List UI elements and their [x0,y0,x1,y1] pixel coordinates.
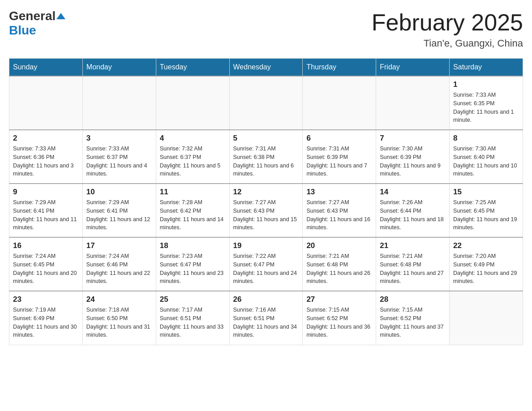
day-number: 7 [380,134,446,143]
day-info: Sunrise: 7:24 AMSunset: 6:45 PMDaylight:… [13,252,79,286]
calendar-cell: 8Sunrise: 7:30 AMSunset: 6:40 PMDaylight… [450,130,523,184]
day-info: Sunrise: 7:31 AMSunset: 6:38 PMDaylight:… [233,145,299,178]
day-info: Sunrise: 7:30 AMSunset: 6:40 PMDaylight:… [453,145,519,178]
day-number: 1 [453,80,519,89]
logo-triangle-icon [56,13,65,19]
calendar-cell: 28Sunrise: 7:15 AMSunset: 6:52 PMDayligh… [376,291,450,345]
calendar-cell: 16Sunrise: 7:24 AMSunset: 6:45 PMDayligh… [9,237,83,291]
day-number: 11 [160,188,226,197]
day-info: Sunrise: 7:29 AMSunset: 6:41 PMDaylight:… [86,198,152,232]
calendar-cell: 25Sunrise: 7:17 AMSunset: 6:51 PMDayligh… [156,291,229,345]
day-number: 22 [453,241,519,250]
day-number: 17 [86,241,152,250]
calendar-cell: 21Sunrise: 7:21 AMSunset: 6:48 PMDayligh… [376,237,450,291]
calendar-cell: 26Sunrise: 7:16 AMSunset: 6:51 PMDayligh… [229,291,303,345]
day-info: Sunrise: 7:19 AMSunset: 6:49 PMDaylight:… [13,306,79,339]
calendar-cell: 5Sunrise: 7:31 AMSunset: 6:38 PMDaylight… [229,130,303,184]
calendar-cell: 6Sunrise: 7:31 AMSunset: 6:39 PMDaylight… [303,130,376,184]
calendar-cell: 22Sunrise: 7:20 AMSunset: 6:49 PMDayligh… [450,237,523,291]
calendar-cell [376,76,450,130]
calendar-cell [450,291,523,345]
week-row-1: 1Sunrise: 7:33 AMSunset: 6:35 PMDaylight… [9,76,523,130]
calendar-cell: 1Sunrise: 7:33 AMSunset: 6:35 PMDaylight… [450,76,523,130]
day-info: Sunrise: 7:15 AMSunset: 6:52 PMDaylight:… [306,306,372,339]
day-info: Sunrise: 7:22 AMSunset: 6:47 PMDaylight:… [233,252,299,286]
day-info: Sunrise: 7:24 AMSunset: 6:46 PMDaylight:… [86,252,152,286]
calendar-cell: 18Sunrise: 7:23 AMSunset: 6:47 PMDayligh… [156,237,229,291]
day-number: 18 [160,241,226,250]
calendar-cell: 15Sunrise: 7:25 AMSunset: 6:45 PMDayligh… [450,184,523,237]
calendar-cell: 23Sunrise: 7:19 AMSunset: 6:49 PMDayligh… [9,291,83,345]
day-number: 8 [453,134,519,143]
month-title: February 2025 [372,9,523,36]
day-info: Sunrise: 7:21 AMSunset: 6:48 PMDaylight:… [380,252,446,286]
page-header: General Blue February 2025 Tian'e, Guang… [9,9,523,49]
calendar-cell: 2Sunrise: 7:33 AMSunset: 6:36 PMDaylight… [9,130,83,184]
calendar-cell: 19Sunrise: 7:22 AMSunset: 6:47 PMDayligh… [229,237,303,291]
day-info: Sunrise: 7:17 AMSunset: 6:51 PMDaylight:… [160,306,226,339]
calendar-header-sunday: Sunday [9,59,83,77]
day-number: 20 [306,241,372,250]
day-info: Sunrise: 7:27 AMSunset: 6:43 PMDaylight:… [306,198,372,232]
day-info: Sunrise: 7:25 AMSunset: 6:45 PMDaylight:… [453,198,519,232]
day-number: 6 [306,134,372,143]
calendar-header-monday: Monday [82,59,156,77]
calendar-cell: 10Sunrise: 7:29 AMSunset: 6:41 PMDayligh… [82,184,156,237]
calendar-cell: 24Sunrise: 7:18 AMSunset: 6:50 PMDayligh… [82,291,156,345]
day-info: Sunrise: 7:28 AMSunset: 6:42 PMDaylight:… [160,198,226,232]
calendar-cell: 9Sunrise: 7:29 AMSunset: 6:41 PMDaylight… [9,184,83,237]
day-number: 16 [13,241,79,250]
day-info: Sunrise: 7:15 AMSunset: 6:52 PMDaylight:… [380,306,446,339]
week-row-5: 23Sunrise: 7:19 AMSunset: 6:49 PMDayligh… [9,291,523,345]
calendar-cell: 13Sunrise: 7:27 AMSunset: 6:43 PMDayligh… [303,184,376,237]
calendar-cell [82,76,156,130]
day-number: 24 [86,295,152,304]
calendar-cell: 17Sunrise: 7:24 AMSunset: 6:46 PMDayligh… [82,237,156,291]
calendar-cell [9,76,83,130]
day-number: 9 [13,188,79,197]
day-number: 2 [13,134,79,143]
calendar-cell: 12Sunrise: 7:27 AMSunset: 6:43 PMDayligh… [229,184,303,237]
calendar-cell [303,76,376,130]
day-number: 10 [86,188,152,197]
calendar-header-row: SundayMondayTuesdayWednesdayThursdayFrid… [9,59,523,77]
day-number: 27 [306,295,372,304]
calendar-cell: 4Sunrise: 7:32 AMSunset: 6:37 PMDaylight… [156,130,229,184]
calendar-cell: 27Sunrise: 7:15 AMSunset: 6:52 PMDayligh… [303,291,376,345]
day-info: Sunrise: 7:16 AMSunset: 6:51 PMDaylight:… [233,306,299,339]
week-row-4: 16Sunrise: 7:24 AMSunset: 6:45 PMDayligh… [9,237,523,291]
week-row-2: 2Sunrise: 7:33 AMSunset: 6:36 PMDaylight… [9,130,523,184]
day-number: 5 [233,134,299,143]
day-number: 25 [160,295,226,304]
title-area: February 2025 Tian'e, Guangxi, China [372,9,523,49]
day-info: Sunrise: 7:23 AMSunset: 6:47 PMDaylight:… [160,252,226,286]
calendar-cell: 20Sunrise: 7:21 AMSunset: 6:48 PMDayligh… [303,237,376,291]
day-info: Sunrise: 7:21 AMSunset: 6:48 PMDaylight:… [306,252,372,286]
calendar-cell [229,76,303,130]
week-row-3: 9Sunrise: 7:29 AMSunset: 6:41 PMDaylight… [9,184,523,237]
calendar-header-saturday: Saturday [450,59,523,77]
day-info: Sunrise: 7:33 AMSunset: 6:36 PMDaylight:… [13,145,79,178]
calendar-header-thursday: Thursday [303,59,376,77]
day-info: Sunrise: 7:18 AMSunset: 6:50 PMDaylight:… [86,306,152,339]
logo-general-text: General [9,9,56,23]
day-number: 19 [233,241,299,250]
day-info: Sunrise: 7:20 AMSunset: 6:49 PMDaylight:… [453,252,519,286]
day-info: Sunrise: 7:30 AMSunset: 6:39 PMDaylight:… [380,145,446,178]
calendar-cell: 11Sunrise: 7:28 AMSunset: 6:42 PMDayligh… [156,184,229,237]
day-number: 3 [86,134,152,143]
calendar-header-tuesday: Tuesday [156,59,229,77]
day-number: 23 [13,295,79,304]
day-number: 14 [380,188,446,197]
calendar-cell [156,76,229,130]
day-info: Sunrise: 7:32 AMSunset: 6:37 PMDaylight:… [160,145,226,178]
day-number: 21 [380,241,446,250]
calendar-table: SundayMondayTuesdayWednesdayThursdayFrid… [9,58,523,345]
logo-blue-text: Blue [9,23,36,38]
calendar-cell: 3Sunrise: 7:33 AMSunset: 6:37 PMDaylight… [82,130,156,184]
location-title: Tian'e, Guangxi, China [372,38,523,49]
day-number: 26 [233,295,299,304]
day-number: 15 [453,188,519,197]
calendar-cell: 14Sunrise: 7:26 AMSunset: 6:44 PMDayligh… [376,184,450,237]
calendar-header-friday: Friday [376,59,450,77]
